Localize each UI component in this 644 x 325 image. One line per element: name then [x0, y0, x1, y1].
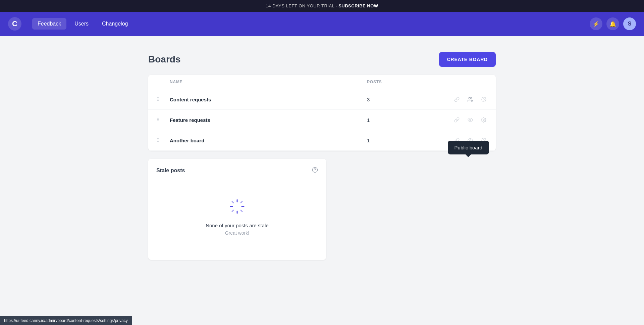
board-name: Feature requests	[170, 117, 367, 123]
table-row: ⠿ Content requests 3	[148, 89, 496, 110]
board-posts: 1	[367, 138, 434, 143]
trial-text: 14 DAYS LEFT ON YOUR TRIAL ·	[266, 3, 338, 8]
status-bar: https://ui-feed.canny.io/admin/board/con…	[0, 316, 132, 325]
stale-posts-empty: None of your posts are stale Great work!	[156, 185, 318, 252]
table-row: ⠿ Another board 1	[148, 130, 496, 151]
name-col-header: NAME	[170, 80, 367, 84]
bell-icon: 🔔	[609, 21, 616, 27]
stale-posts-header: Stale posts	[156, 167, 318, 174]
bell-button[interactable]: 🔔	[606, 17, 619, 30]
link-icon[interactable]	[453, 95, 461, 103]
table-header: NAME POSTS	[148, 75, 496, 89]
visibility-icon[interactable]	[466, 95, 474, 103]
loading-spinner-icon	[229, 198, 245, 215]
drag-handle[interactable]: ⠿	[156, 138, 170, 143]
board-name: Content requests	[170, 97, 367, 102]
svg-point-0	[469, 97, 470, 99]
nav-actions: ⚡ 🔔 S	[590, 17, 636, 30]
trial-banner: 14 DAYS LEFT ON YOUR TRIAL · SUBSCRIBE N…	[0, 0, 644, 12]
navbar: C Feedback Users Changelog ⚡ 🔔 S	[0, 12, 644, 36]
board-row-actions	[434, 95, 488, 103]
nav-link-changelog[interactable]: Changelog	[97, 18, 133, 30]
svg-line-12	[232, 201, 233, 203]
nav-link-feedback[interactable]: Feedback	[32, 18, 66, 30]
svg-point-3	[483, 119, 484, 121]
board-posts: 1	[367, 117, 434, 123]
stale-posts-sub-message: Great work!	[225, 230, 249, 236]
nav-logo[interactable]: C	[8, 17, 21, 31]
svg-line-15	[232, 210, 233, 212]
public-board-tooltip: Public board	[448, 141, 489, 154]
bolt-button[interactable]: ⚡	[590, 17, 602, 30]
eye-icon[interactable]	[466, 116, 474, 124]
stale-posts-card: Stale posts None of your posts are stale…	[148, 159, 326, 260]
nav-links: Feedback Users Changelog	[32, 18, 590, 30]
svg-line-13	[241, 210, 242, 212]
user-avatar[interactable]: S	[623, 17, 636, 30]
stale-posts-title: Stale posts	[156, 168, 185, 174]
svg-point-1	[483, 99, 484, 100]
board-name: Another board	[170, 138, 367, 143]
drag-handle[interactable]: ⠿	[156, 97, 170, 102]
svg-line-14	[241, 201, 242, 203]
tooltip-text: Public board	[448, 141, 489, 154]
subscribe-link[interactable]: SUBSCRIBE NOW	[338, 3, 378, 8]
drag-col-header	[156, 80, 170, 84]
link-icon[interactable]	[453, 116, 461, 124]
create-board-button[interactable]: CREATE BOARD	[439, 52, 496, 67]
boards-table: NAME POSTS ⠿ Content requests 3	[148, 75, 496, 151]
posts-col-header: POSTS	[367, 80, 434, 84]
nav-link-users[interactable]: Users	[69, 18, 94, 30]
settings-icon[interactable]	[480, 116, 488, 124]
stale-posts-help-icon[interactable]	[312, 167, 318, 174]
actions-col-header	[434, 80, 488, 84]
settings-icon[interactable]	[480, 95, 488, 103]
table-row: ⠿ Feature requests 1	[148, 110, 496, 130]
main-content: Boards CREATE BOARD NAME POSTS ⠿ Content…	[138, 36, 506, 276]
board-row-actions	[434, 116, 488, 124]
stale-posts-message: None of your posts are stale	[206, 223, 269, 228]
page-title: Boards	[148, 54, 180, 65]
bolt-icon: ⚡	[593, 21, 599, 27]
page-header: Boards CREATE BOARD	[148, 52, 496, 67]
svg-point-2	[470, 119, 471, 121]
drag-handle[interactable]: ⠿	[156, 117, 170, 123]
board-posts: 3	[367, 97, 434, 102]
